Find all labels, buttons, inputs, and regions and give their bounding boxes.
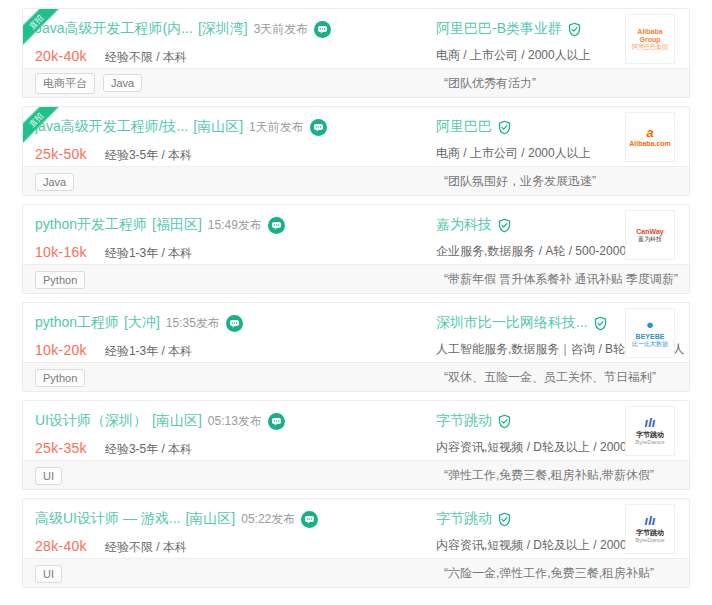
- job-card-main: UI设计师（深圳） [南山区] 05:13发布 25k-35k: [23, 401, 689, 460]
- job-title-link[interactable]: python工程师 [大冲]: [35, 314, 160, 332]
- shield-check-icon: [593, 316, 608, 331]
- company-info: 电商 / 上市公司 / 2000人以上: [436, 47, 591, 64]
- company-column: 阿里巴巴 电商 / 上市公司 / 2000人以上: [436, 118, 591, 162]
- job-card-main: java高级开发工程师/技... [南山区] 1天前发布 25k-: [23, 107, 689, 166]
- company-logo: Alibaba Group 阿里巴巴集团: [625, 14, 675, 64]
- company-logo: a Alibaba.com: [625, 112, 675, 162]
- job-card-footer: Java “团队氛围好，业务发展迅速”: [23, 166, 689, 195]
- logo-symbol: ılı: [645, 416, 656, 431]
- company-welfare-quote: “带薪年假 晋升体系餐补 通讯补贴 季度调薪”: [444, 271, 678, 288]
- chat-bubble-icon[interactable]: [314, 21, 331, 38]
- job-title-link[interactable]: python开发工程师 [福田区]: [35, 216, 202, 234]
- logo-line2: 比一比大数据: [632, 341, 668, 348]
- job-location[interactable]: [南山区]: [193, 118, 243, 136]
- salary-row: 25k-50k 经验3-5年 / 本科: [35, 146, 689, 164]
- tag-list: Python: [35, 368, 93, 387]
- company-name[interactable]: 阿里巴巴-B类事业群: [436, 20, 562, 38]
- job-card[interactable]: 高级UI设计师 — 游戏... [南山区] 05:22发布 28k: [22, 498, 690, 588]
- job-title[interactable]: python工程师: [35, 314, 119, 332]
- publish-time: 05:22发布: [241, 511, 295, 528]
- logo-line1: BEYEBE: [636, 333, 665, 341]
- company-name[interactable]: 字节跳动: [436, 510, 492, 528]
- company-name[interactable]: 嘉为科技: [436, 216, 492, 234]
- chat-bubble-icon[interactable]: [268, 413, 285, 430]
- logo-line1: CanWay: [636, 228, 663, 236]
- job-card-footer: Python “双休、五险一金、员工关怀、节日福利”: [23, 362, 689, 391]
- experience-education: 经验不限 / 本科: [105, 49, 187, 66]
- job-card[interactable]: python工程师 [大冲] 15:35发布 10k-20k: [22, 302, 690, 392]
- shield-check-icon: [497, 218, 512, 233]
- experience-education: 经验3-5年 / 本科: [105, 147, 192, 164]
- logo-line2: ByteDance: [635, 439, 664, 446]
- shield-check-icon: [567, 22, 582, 37]
- job-card[interactable]: python开发工程师 [福田区] 15:49发布 10k-16k: [22, 204, 690, 294]
- company-welfare-quote: “六险一金,弹性工作,免费三餐,租房补贴”: [444, 565, 654, 582]
- salary: 25k-35k: [35, 440, 87, 456]
- company-logo: ● BEYEBE 比一比大数据: [625, 308, 675, 358]
- job-title-link[interactable]: Java高级开发工程师(内... [深圳湾]: [35, 20, 248, 38]
- salary: 28k-40k: [35, 538, 87, 554]
- company-name[interactable]: 阿里巴巴: [436, 118, 492, 136]
- company-logo: ılı 字节跳动 ByteDance: [625, 406, 675, 456]
- job-card[interactable]: 直招 Java高级开发工程师(内... [深圳湾] 3天前发布: [22, 8, 690, 98]
- job-title[interactable]: 高级UI设计师 — 游戏...: [35, 510, 180, 528]
- job-title-link[interactable]: 高级UI设计师 — 游戏... [南山区]: [35, 510, 235, 528]
- company-welfare-quote: “双休、五险一金、员工关怀、节日福利”: [444, 369, 656, 386]
- logo-line1: Alibaba Group: [626, 28, 674, 44]
- salary: 25k-50k: [35, 146, 87, 162]
- logo-line2: ByteDance: [635, 537, 664, 544]
- job-location[interactable]: [深圳湾]: [198, 20, 248, 38]
- job-location[interactable]: [福田区]: [152, 216, 202, 234]
- publish-time: 05:13发布: [208, 413, 262, 430]
- logo-symbol: ılı: [645, 514, 656, 529]
- job-title[interactable]: python开发工程师: [35, 216, 147, 234]
- job-card[interactable]: UI设计师（深圳） [南山区] 05:13发布 25k-35k: [22, 400, 690, 490]
- job-title-link[interactable]: UI设计师（深圳） [南山区]: [35, 412, 202, 430]
- company-info: 企业服务,数据服务 / A轮 / 500-2000人: [436, 243, 638, 260]
- company-name[interactable]: 字节跳动: [436, 412, 492, 430]
- tag-list: UI: [35, 564, 70, 583]
- company-name[interactable]: 深圳市比一比网络科技...: [436, 314, 588, 332]
- logo-line2: 阿里巴巴集团: [632, 44, 668, 51]
- company-logo: CanWay 嘉为科技: [625, 210, 675, 260]
- job-card-footer: 电商平台Java “团队优秀有活力”: [23, 68, 689, 97]
- job-title-row: java高级开发工程师/技... [南山区] 1天前发布: [35, 118, 689, 136]
- job-card-main: 高级UI设计师 — 游戏... [南山区] 05:22发布 28k: [23, 499, 689, 558]
- company-row: 阿里巴巴: [436, 118, 591, 136]
- direct-hire-ribbon-label: 直招: [22, 106, 62, 146]
- company-row: 阿里巴巴-B类事业群: [436, 20, 591, 38]
- publish-time: 1天前发布: [249, 119, 304, 136]
- job-title[interactable]: UI设计师（深圳）: [35, 412, 147, 430]
- job-location[interactable]: [南山区]: [152, 412, 202, 430]
- direct-hire-ribbon-label: 直招: [22, 8, 62, 48]
- job-tag: UI: [35, 565, 62, 583]
- chat-bubble-icon[interactable]: [310, 119, 327, 136]
- job-title-row: Java高级开发工程师(内... [深圳湾] 3天前发布: [35, 20, 689, 38]
- job-card-footer: UI “六险一金,弹性工作,免费三餐,租房补贴”: [23, 558, 689, 587]
- logo-line1: Alibaba.com: [629, 140, 671, 148]
- logo-line1: 字节跳动: [636, 529, 664, 537]
- chat-bubble-icon[interactable]: [268, 217, 285, 234]
- chat-bubble-icon[interactable]: [226, 315, 243, 332]
- job-location[interactable]: [南山区]: [185, 510, 235, 528]
- job-card[interactable]: 直招 java高级开发工程师/技... [南山区] 1天前发布: [22, 106, 690, 196]
- job-tag: Java: [103, 74, 142, 92]
- job-location[interactable]: [大冲]: [124, 314, 160, 332]
- job-card-main: Java高级开发工程师(内... [深圳湾] 3天前发布 20k-: [23, 9, 689, 68]
- job-tag: 电商平台: [35, 73, 95, 94]
- experience-education: 经验1-3年 / 本科: [105, 245, 192, 262]
- company-row: 嘉为科技: [436, 216, 638, 234]
- tag-list: UI: [35, 466, 70, 485]
- experience-education: 经验1-3年 / 本科: [105, 343, 192, 360]
- company-welfare-quote: “弹性工作,免费三餐,租房补贴,带薪休假”: [444, 467, 654, 484]
- salary-row: 20k-40k 经验不限 / 本科: [35, 48, 689, 66]
- chat-bubble-icon[interactable]: [301, 511, 318, 528]
- job-tag: UI: [35, 467, 62, 485]
- direct-hire-ribbon: 直招: [22, 8, 64, 50]
- company-welfare-quote: “团队氛围好，业务发展迅速”: [444, 173, 596, 190]
- tag-list: Python: [35, 270, 93, 289]
- job-tag: Python: [35, 271, 85, 289]
- job-title-link[interactable]: java高级开发工程师/技... [南山区]: [35, 118, 243, 136]
- experience-education: 经验3-5年 / 本科: [105, 441, 192, 458]
- company-welfare-quote: “团队优秀有活力”: [444, 75, 536, 92]
